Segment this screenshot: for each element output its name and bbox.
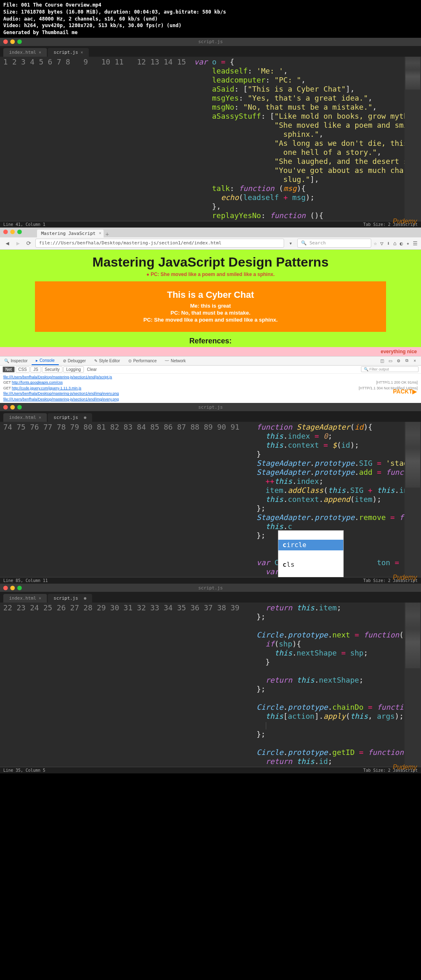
dock-icon[interactable]: ▭ xyxy=(387,358,393,363)
status-cursor: Line 41, Column 1 xyxy=(3,222,45,227)
close-button[interactable] xyxy=(3,39,8,44)
addon-icon[interactable]: ✦ xyxy=(406,240,409,246)
autocomplete-item[interactable]: circle xyxy=(278,540,343,550)
packt-watermark: PACKT▶ xyxy=(393,388,417,395)
sync-icon[interactable]: ◐ xyxy=(400,240,403,246)
status-cursor: Line 35, Column 5 xyxy=(3,768,45,773)
filter-security[interactable]: Security xyxy=(42,366,62,373)
editor-body: 1 2 3 4 5 6 7 8 8 9 9 10 11 1 12 13 14 1… xyxy=(0,57,421,221)
tabbar: index.html× script.js xyxy=(0,592,421,603)
tab-index-html[interactable]: index.html× xyxy=(3,594,47,603)
minimize-button[interactable] xyxy=(10,39,15,44)
maximize-button[interactable] xyxy=(17,405,22,409)
window-title: script.js xyxy=(198,585,223,591)
code-area[interactable]: function StageAdapter(id){ this.index = … xyxy=(244,422,405,577)
toolbar-icons: ☆ ▽ ⬇ ⌂ ◐ ✦ ☰ xyxy=(374,240,418,246)
back-button[interactable]: ◀ xyxy=(3,239,12,247)
tab-script-js[interactable]: script.js xyxy=(48,594,92,603)
filter-input[interactable]: 🔍 Filter output xyxy=(361,366,419,372)
minimize-button[interactable] xyxy=(10,230,15,234)
menu-icon[interactable]: ☰ xyxy=(413,240,418,246)
statusbar: Line 85, Column 11 Tab Size: 2 JavaScrip… xyxy=(0,577,421,584)
reload-button[interactable]: ⟳ xyxy=(25,239,33,247)
forward-button[interactable]: ▶ xyxy=(14,239,22,247)
close-icon[interactable]: × xyxy=(99,231,101,235)
split-icon[interactable]: ◫ xyxy=(379,358,385,363)
filter-logging[interactable]: Logging xyxy=(63,366,84,373)
filter-net[interactable]: Net xyxy=(2,366,15,373)
minimize-button[interactable] xyxy=(10,586,15,590)
devtools-tab-network[interactable]: 〰 Network xyxy=(161,357,190,365)
close-button[interactable] xyxy=(3,230,8,234)
popout-icon[interactable]: ⧉ xyxy=(404,358,409,363)
minimap[interactable] xyxy=(405,57,421,221)
close-button[interactable] xyxy=(3,586,8,590)
devtools-tab-console[interactable]: ▸ Console xyxy=(32,357,59,365)
info-generated: Generated by Thumbnail me xyxy=(3,29,418,36)
close-button[interactable] xyxy=(3,405,8,409)
status-cursor: Line 85, Column 11 xyxy=(3,578,48,583)
autocomplete-item[interactable]: cls xyxy=(278,559,343,570)
code-area[interactable]: var o = { leadself: 'Me: ', leadcomputer… xyxy=(191,57,405,221)
editor-window-1: script.js index.html× script.js× 1 2 3 4… xyxy=(0,38,421,228)
devtools-tab-inspector[interactable]: 🔍 Inspector xyxy=(0,357,32,365)
log-row: GET http://code.jquery.com/jquery-1.11.3… xyxy=(3,386,418,391)
log-row: file:///Users/benfhala/Desktop/mastering… xyxy=(3,391,418,397)
minimap[interactable] xyxy=(405,603,421,767)
watermark: Pudemy xyxy=(393,764,417,771)
search-bar[interactable]: 🔍 Search xyxy=(297,239,371,248)
close-icon[interactable]: × xyxy=(81,50,83,55)
close-icon[interactable]: × xyxy=(39,596,41,600)
line-gutter: 22 23 24 25 26 27 28 29 30 31 32 33 34 3… xyxy=(0,603,244,767)
tabbar: index.html× script.js xyxy=(0,411,421,422)
gear-icon[interactable]: ⚙ xyxy=(396,358,401,363)
maximize-button[interactable] xyxy=(17,39,22,44)
close-icon[interactable]: × xyxy=(39,50,41,55)
watermark: Pudemy xyxy=(393,218,417,225)
browser-tabbar: Mastering JavaScript × + xyxy=(0,228,421,237)
minimize-button[interactable] xyxy=(10,405,15,409)
tab-index-html[interactable]: index.html× xyxy=(3,48,47,57)
window-title: script.js xyxy=(198,39,223,44)
devtools-tab-performance[interactable]: ⊙ Performance xyxy=(124,357,161,365)
clear-button[interactable]: Clear xyxy=(85,367,99,372)
url-bar[interactable]: file:///Users/benfhala/Desktop/mastering… xyxy=(35,239,284,248)
devtools-tab-style[interactable]: ✎ Style Editor xyxy=(90,357,124,365)
reader-button[interactable]: ▾ xyxy=(287,239,295,247)
info-audio: Audio: aac, 48000 Hz, 2 channels, s16, 6… xyxy=(3,16,418,23)
filter-js[interactable]: JS xyxy=(30,366,41,373)
page-subtitle: PC: She moved like a poem and smiled lik… xyxy=(0,271,421,281)
pocket-icon[interactable]: ▽ xyxy=(380,240,384,246)
download-icon[interactable]: ⬇ xyxy=(387,240,390,246)
close-icon[interactable]: × xyxy=(412,358,418,363)
code-area[interactable]: return this.item; }; Circle.prototype.ne… xyxy=(244,603,405,767)
home-icon[interactable]: ⌂ xyxy=(393,240,397,246)
traffic-lights xyxy=(3,39,22,44)
autocomplete-popup[interactable]: circle cls context create cg color xyxy=(278,530,344,577)
filter-css[interactable]: CSS xyxy=(16,366,30,373)
modified-icon xyxy=(84,416,86,419)
maximize-button[interactable] xyxy=(17,586,22,590)
maximize-button[interactable] xyxy=(17,230,22,234)
window-title: script.js xyxy=(198,405,223,410)
tab-index-html[interactable]: index.html× xyxy=(3,413,47,422)
page-content: Mastering JavaScript Design Patterns PC:… xyxy=(0,250,421,356)
minimap[interactable] xyxy=(405,422,421,577)
tab-script-js[interactable]: script.js× xyxy=(48,48,89,57)
info-size: Size: 17618708 bytes (16.80 MiB), durati… xyxy=(3,9,418,16)
footer-text: everything nice xyxy=(0,347,421,356)
tabbar: index.html× script.js× xyxy=(0,46,421,57)
chat-line: PC: No, that must be a mistake. xyxy=(43,310,378,316)
editor-body: 74 75 76 77 78 79 80 81 82 83 84 85 86 8… xyxy=(0,422,421,577)
titlebar: script.js xyxy=(0,38,421,46)
line-gutter: 74 75 76 77 78 79 80 81 82 83 84 85 86 8… xyxy=(0,422,244,577)
line-gutter: 1 2 3 4 5 6 7 8 8 9 9 10 11 1 12 13 14 1… xyxy=(0,57,191,221)
new-tab-button[interactable]: + xyxy=(105,231,109,237)
references-heading: References: xyxy=(0,332,421,347)
star-icon[interactable]: ☆ xyxy=(374,240,377,246)
devtools-tab-debugger[interactable]: ⊘ Debugger xyxy=(59,357,90,365)
browser-tab[interactable]: Mastering JavaScript × xyxy=(37,230,104,237)
traffic-lights xyxy=(3,230,22,234)
tab-script-js[interactable]: script.js xyxy=(48,413,92,422)
close-icon[interactable]: × xyxy=(39,415,41,420)
